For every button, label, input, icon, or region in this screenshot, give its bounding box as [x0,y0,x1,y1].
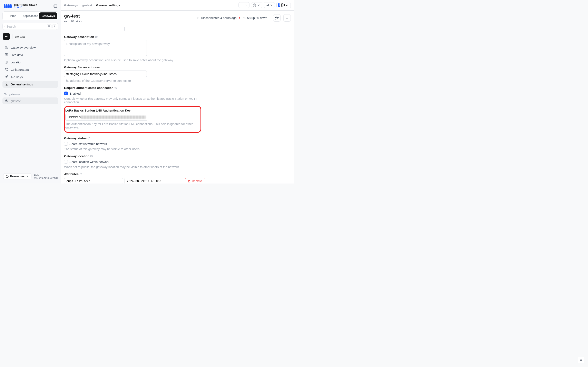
chevron-right-icon: › [94,3,95,7]
check-icon [65,92,67,95]
plus-icon[interactable] [53,92,57,96]
sidebar-item-overview[interactable]: Gateway overview [2,44,58,51]
gateway-description-input[interactable] [64,40,147,56]
gateway-server-input[interactable] [64,71,147,77]
require-auth-checkbox[interactable] [64,92,68,95]
sidebar-item-livedata[interactable]: Live data [2,51,58,58]
account-switcher[interactable] [277,2,291,8]
logo-row: THE THINGS STACK CLOUD [2,2,58,11]
sidebar-item-label: General settings [11,83,33,86]
tab-gateways[interactable]: Gateways [39,12,57,19]
kbd-k: K [52,24,56,28]
star-icon [253,3,256,7]
checkbox-label: Share location within network [69,160,109,164]
svg-point-27 [198,17,199,18]
svg-point-15 [5,77,6,78]
header-status: Disconnected 4 hours ago 58 up / 0 down [196,14,291,22]
favorite-button[interactable] [273,14,281,22]
sidebar-item-apikeys[interactable]: API keys [2,73,58,80]
inbox-icon [266,3,269,7]
add-button[interactable] [238,2,250,8]
share-location-checkbox[interactable] [64,160,68,164]
arrow-left-icon [5,35,8,38]
svg-rect-0 [54,5,57,7]
attr-value-input[interactable] [125,178,183,184]
search-input[interactable] [6,25,45,28]
share-status-checkbox[interactable] [64,142,68,146]
menu-button[interactable] [283,14,291,22]
svg-marker-25 [253,4,256,7]
svg-point-41 [81,175,81,175]
sidebar: THE THINGS STACK CLOUD Home Applications… [0,0,61,184]
sidebar-item-location[interactable]: Location [2,59,58,66]
top-gateway-item[interactable]: gw-test [2,98,58,104]
status-dot-icon [239,17,240,18]
attr-key-input[interactable] [64,178,123,184]
tab-applications[interactable]: Applications [21,12,39,19]
resources-button[interactable]: Resources [3,173,31,179]
redacted-icon [81,116,146,119]
checkbox-label: Enabled [69,92,81,95]
page-subheader: gw-test ID: gw-test Disconnected 4 hours… [61,11,294,25]
search-icon [4,25,5,28]
gateway-nav: Gateway overview Live data Location Coll… [2,44,58,88]
lns-key-input[interactable]: NNSXS.3 [65,114,148,120]
back-button[interactable] [3,33,10,40]
collapse-sidebar-icon[interactable] [53,4,57,8]
chevron-down-icon [257,3,260,7]
gear-icon [4,82,8,86]
chevron-down-icon [270,3,273,7]
breadcrumb-gateways[interactable]: Gateways [64,3,78,7]
svg-rect-5 [5,48,8,49]
trash-icon [188,180,191,183]
list-icon [4,53,8,57]
breadcrumb-gateway[interactable]: gw-test [82,3,92,7]
chevron-down-icon [285,3,289,7]
partial-hidden-field[interactable] [124,27,207,31]
lns-key-highlight: LoRa Basics Station LNS Authentication K… [64,106,201,133]
field-gateway-location: Gateway location Share location within n… [64,154,207,169]
hint: The Authentication Key for Lora Basics S… [65,122,199,129]
help-icon[interactable] [87,137,90,140]
plus-icon [240,3,243,7]
key-icon [4,75,8,79]
page-title: gw-test [64,13,82,19]
context-name: gw-test [15,35,25,38]
chevron-down-icon [244,3,248,7]
sidebar-item-label: API keys [11,75,23,79]
help-icon[interactable] [114,86,117,89]
topbar: Gateways › gw-test › General settings [61,0,294,11]
brand-logo[interactable]: THE THINGS STACK CLOUD [3,4,37,8]
svg-marker-10 [5,61,8,63]
sidebar-item-label: Live data [11,53,23,57]
star-icon [275,16,279,20]
search-box[interactable]: ⌘ K [2,23,58,30]
gateway-icon [4,99,8,103]
info-icon [6,175,9,178]
sidebar-item-collaborators[interactable]: Collaborators [2,66,58,73]
topbar-actions [238,2,291,8]
help-icon[interactable] [90,155,93,158]
gateway-id: ID: gw-test [64,19,82,22]
svg-point-33 [96,37,96,38]
help-icon[interactable] [95,35,98,38]
hint: Controls whether this gateway may only c… [64,97,207,104]
tab-home[interactable]: Home [3,12,21,19]
updown-icon [243,16,246,19]
inbox-button[interactable] [264,2,275,8]
main-nav-tabs: Home Applications Gateways [2,11,58,20]
star-menu-button[interactable] [251,2,262,8]
hint: When set to public, the gateway location… [64,165,207,169]
sidebar-item-label: Collaborators [11,68,29,71]
divider [270,15,270,21]
remove-attr-button[interactable]: Remove [185,178,205,184]
brand-mark-icon [3,4,12,8]
sidebar-item-label: Location [11,60,22,64]
sidebar-item-general-settings[interactable]: General settings [2,81,58,88]
version-info: eu1 • v3.32.0.b96e907c31 [34,173,58,179]
svg-point-14 [7,68,8,69]
map-icon [4,60,8,64]
top-gateway-name: gw-test [11,99,20,103]
help-icon[interactable] [79,173,82,175]
org-avatar-icon [278,3,280,7]
